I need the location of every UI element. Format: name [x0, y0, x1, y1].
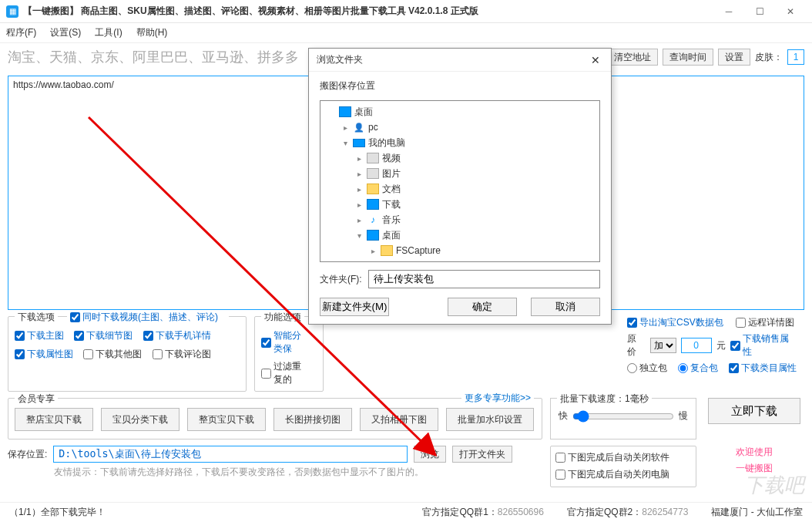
chk-saleattr[interactable]: 下载销售属性	[730, 332, 797, 359]
dialog-titlebar: 浏览文件夹 ✕	[309, 49, 611, 72]
skin-value[interactable]: 1	[787, 49, 804, 65]
menu-program[interactable]: 程序(F)	[6, 26, 36, 39]
app-icon: ▦	[6, 5, 18, 18]
dialog-cancel-button[interactable]: 取消	[531, 298, 600, 316]
start-download-button[interactable]: 立即下载	[708, 398, 800, 424]
download-icon	[367, 199, 379, 210]
open-folder-button[interactable]: 打开文件夹	[452, 446, 512, 463]
speed-title: 批量下载速度：1毫秒	[557, 392, 652, 406]
chk-shutdown[interactable]: 下图完成后自动关闭电脑	[555, 468, 669, 481]
btn-category[interactable]: 宝贝分类下载	[101, 408, 180, 431]
chk-remote[interactable]: 远程详情图	[736, 316, 794, 329]
radio-combo[interactable]: 复合包	[678, 362, 718, 375]
options-row: 下载选项 同时下载视频(主图、描述、评论) 下载主图 下载细节图 下载手机详情 …	[0, 313, 812, 395]
status-location: 福建厦门 - 大仙工作室	[711, 506, 803, 519]
welcome-line2: 一键搬图	[704, 462, 804, 475]
radio-single[interactable]: 独立包	[627, 362, 667, 375]
tree-node[interactable]: ▸图片	[322, 166, 598, 181]
video-icon	[367, 168, 379, 179]
tree-node[interactable]: ▸下载	[322, 197, 598, 212]
chk-comment[interactable]: 下载评论图	[153, 348, 211, 361]
btn-whole-page[interactable]: 整页宝贝下载	[187, 408, 266, 431]
tree-node[interactable]: ▾桌面	[322, 227, 598, 243]
btn-whole-shop[interactable]: 整店宝贝下载	[15, 408, 93, 431]
tree-node[interactable]: ▸视频	[322, 150, 598, 166]
query-time-button[interactable]: 查询时间	[663, 49, 713, 66]
expand-icon[interactable]: ▾	[354, 231, 364, 240]
computer-icon	[353, 139, 365, 147]
chk-mobile[interactable]: 下载手机详情	[143, 329, 211, 342]
expand-icon[interactable]: ▸	[354, 200, 364, 209]
menu-settings[interactable]: 设置(S)	[50, 26, 81, 39]
chk-detail[interactable]: 下载细节图	[74, 329, 133, 342]
save-tip: 友情提示：下载前请先选择好路径，下载后不要改变路径，否则数据包中显示不了图片的。	[8, 466, 542, 479]
chk-attr[interactable]: 下载属性图	[15, 348, 73, 361]
expand-icon[interactable]: ▸	[368, 247, 377, 255]
price-op-select[interactable]: 加	[650, 338, 676, 353]
chk-main[interactable]: 下载主图	[15, 329, 64, 342]
qq-group-1: 826550696	[498, 507, 544, 517]
chk-close-app[interactable]: 下图完成后自动关闭软件	[555, 451, 669, 464]
minimize-button[interactable]: ─	[713, 1, 744, 22]
func-options-title: 功能选项	[261, 311, 304, 324]
member-row: 会员专享 更多专享功能>> 整店宝贝下载 宝贝分类下载 整页宝贝下载 长图拼接切…	[0, 395, 812, 443]
maximize-button[interactable]: ☐	[744, 1, 775, 22]
tree-node-label: 桌面	[354, 106, 373, 119]
btn-longimg[interactable]: 长图拼接切图	[273, 408, 352, 431]
btn-watermark[interactable]: 批量加水印设置	[446, 408, 534, 431]
chk-other[interactable]: 下载其他图	[83, 348, 142, 361]
save-section: 保存位置: 浏览 打开文件夹 友情提示：下载前请先选择好路径，下载后不要改变路径…	[0, 443, 812, 490]
chk-csv[interactable]: 导出淘宝CSV数据包	[627, 316, 723, 329]
clear-url-button[interactable]: 清空地址	[607, 49, 658, 66]
folder-name-input[interactable]	[368, 270, 600, 288]
tree-node[interactable]: ▸音乐	[322, 212, 598, 227]
chk-sync-video[interactable]: 同时下载视频(主图、描述、评论)	[70, 311, 218, 324]
chk-smart[interactable]: 智能分类保	[261, 329, 309, 355]
settings-button[interactable]: 设置	[718, 49, 750, 66]
tree-node[interactable]: ▸文档	[322, 181, 598, 197]
speed-slow-label: 慢	[679, 409, 688, 423]
btn-youpai[interactable]: 又拍相册下图	[360, 408, 438, 431]
more-features-link[interactable]: 更多专享功能>>	[461, 392, 534, 405]
auto-group: 下图完成后自动关闭软件 下图完成后自动关闭电脑	[550, 446, 696, 487]
folder-tree[interactable]: 桌面▸pc▾我的电脑▸视频▸图片▸文档▸下载▸音乐▾桌面▸FSCapture	[320, 100, 600, 262]
expand-icon[interactable]: ▸	[354, 216, 364, 224]
menu-help[interactable]: 帮助(H)	[136, 26, 168, 39]
expand-icon[interactable]: ▸	[354, 154, 364, 163]
chk-catattr[interactable]: 下载类目属性	[729, 362, 797, 375]
save-path-input[interactable]	[53, 446, 408, 463]
dialog-title: 浏览文件夹	[317, 53, 588, 66]
expand-icon[interactable]: ▸	[354, 185, 364, 194]
member-title: 会员专享	[15, 392, 58, 406]
dialog-ok-button[interactable]: 确定	[448, 298, 517, 316]
chk-filter[interactable]: 过滤重复的	[261, 360, 309, 386]
browse-dialog: 浏览文件夹 ✕ 搬图保存位置 桌面▸pc▾我的电脑▸视频▸图片▸文档▸下载▸音乐…	[308, 48, 612, 325]
menu-tools[interactable]: 工具(I)	[95, 26, 122, 39]
expand-icon[interactable]: ▾	[341, 139, 350, 147]
tree-node[interactable]: ▾我的电脑	[322, 135, 598, 150]
video-icon	[367, 153, 379, 163]
speed-group: 批量下载速度：1毫秒 快 慢	[550, 398, 696, 439]
window-title: 【一键搬图】 商品主图、SKU属性图、描述图、评论图、视频素材、相册等图片批量下…	[23, 5, 713, 18]
pc-icon	[353, 122, 365, 133]
tree-node[interactable]: 桌面	[322, 104, 598, 120]
speed-fast-label: 快	[559, 409, 568, 423]
tree-node-label: 图片	[382, 167, 401, 180]
tree-node-label: 桌面	[382, 229, 401, 242]
price-unit: 元	[716, 339, 726, 352]
member-group: 会员专享 更多专享功能>> 整店宝贝下载 宝贝分类下载 整页宝贝下载 长图拼接切…	[8, 398, 542, 439]
url-text: https://www.taobao.com/	[13, 79, 114, 90]
folder-icon	[367, 184, 379, 194]
expand-icon[interactable]: ▸	[354, 170, 364, 178]
price-value-input[interactable]	[681, 338, 712, 353]
new-folder-button[interactable]: 新建文件夹(M)	[320, 298, 389, 316]
tree-node-label: pc	[368, 122, 378, 133]
titlebar: ▦ 【一键搬图】 商品主图、SKU属性图、描述图、评论图、视频素材、相册等图片批…	[0, 0, 812, 23]
close-button[interactable]: ✕	[775, 1, 806, 22]
tree-node[interactable]: ▸pc	[322, 120, 598, 135]
browse-button[interactable]: 浏览	[414, 446, 446, 463]
speed-slider[interactable]	[572, 410, 674, 423]
tree-node[interactable]: ▸FSCapture	[322, 243, 598, 258]
dialog-close-button[interactable]: ✕	[588, 54, 603, 66]
expand-icon[interactable]: ▸	[341, 123, 350, 132]
